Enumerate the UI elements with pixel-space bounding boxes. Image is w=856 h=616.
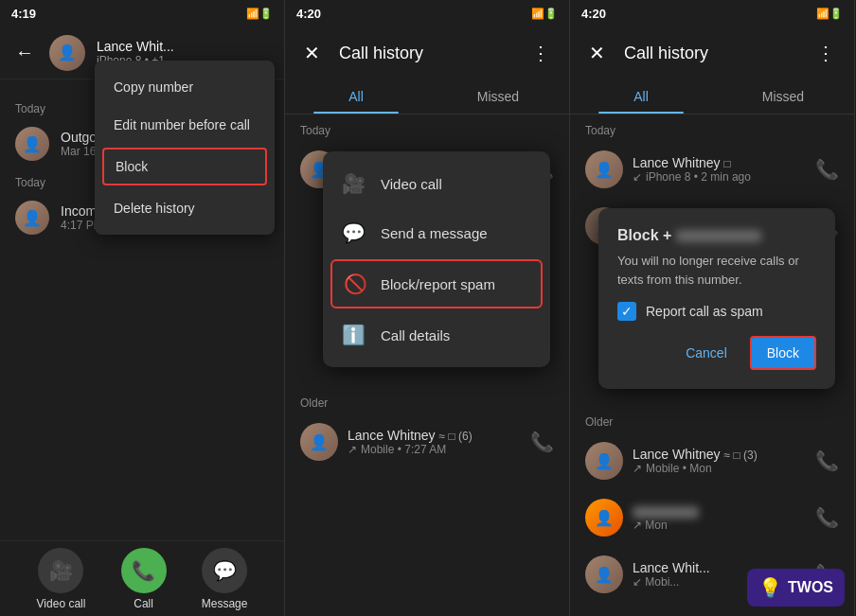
bottom-bar-1: 🎥 Video call 📞 Call 💬 Message: [0, 540, 284, 616]
phone-icon-3-3[interactable]: 📞: [815, 449, 839, 472]
status-icons-1: 📶🔋: [246, 8, 273, 20]
phone-icon-3-4[interactable]: 📞: [815, 506, 839, 529]
panel-top-bar-3: ✕ Call history ⋮: [570, 26, 854, 79]
history-name-3-1: Lance Whitney □: [633, 155, 806, 170]
video-call-icon-dd: 🎥: [342, 172, 366, 195]
status-time-2: 4:20: [296, 7, 321, 21]
phone-icon-3-1[interactable]: 📞: [815, 158, 839, 181]
close-button-2[interactable]: ✕: [300, 38, 324, 68]
tab-missed-2[interactable]: Missed: [427, 79, 569, 114]
status-bar-3: 4:20 📶🔋: [570, 0, 854, 26]
status-time-1: 4:19: [11, 7, 36, 21]
history-section-today-3: Today: [570, 114, 854, 141]
history-sub-3-4: ↗ Mon: [633, 519, 806, 532]
history-item-3-4[interactable]: 👤 ↗ Mon 📞: [570, 489, 854, 546]
menu-copy[interactable]: Copy number: [95, 68, 275, 106]
history-avatar-2: 👤: [300, 423, 338, 461]
call-avatar-in: 👤: [15, 201, 49, 235]
message-label: Message: [202, 597, 248, 610]
twos-bulb-icon: 💡: [758, 576, 782, 599]
call-avatar-out: 👤: [15, 127, 49, 161]
phone-icon-2[interactable]: 📞: [530, 431, 554, 453]
more-options-2[interactable]: ⋮: [527, 38, 554, 68]
block-icon-dd: 🚫: [344, 273, 367, 295]
status-icons-3: 📶🔋: [816, 8, 843, 20]
history-item-2-older[interactable]: 👤 Lance Whitney ≈ □ (6) ↗ Mobile • 7:27 …: [285, 414, 569, 470]
history-name-2: Lance Whitney ≈ □ (6): [348, 428, 521, 443]
dropdown-video-call[interactable]: 🎥 Video call: [323, 159, 550, 208]
history-name-3-3: Lance Whitney ≈ □ (3): [633, 447, 806, 462]
message-icon[interactable]: 💬: [202, 548, 247, 593]
info-icon-dd: ℹ️: [342, 324, 366, 346]
history-info-3-3: Lance Whitney ≈ □ (3) ↗ Mobile • Mon: [633, 447, 806, 475]
history-item-3-3[interactable]: 👤 Lance Whitney ≈ □ (3) ↗ Mobile • Mon 📞: [570, 432, 854, 489]
history-avatar-3-1: 👤: [585, 150, 623, 188]
twos-badge: 💡 TWOS: [747, 569, 845, 607]
panel-2: 4:20 📶🔋 ✕ Call history ⋮ All Missed Toda…: [285, 0, 570, 616]
context-menu: Copy number Edit number before call Bloc…: [95, 61, 275, 235]
status-bar-1: 4:19 📶🔋: [0, 0, 284, 26]
panel-top-bar-2: ✕ Call history ⋮: [285, 26, 569, 79]
history-avatar-3-5: 👤: [585, 555, 623, 593]
contact-name-1: Lance Whit...: [97, 39, 273, 54]
dropdown-menu-2: 🎥 Video call 💬 Send a message 🚫 Block/re…: [323, 151, 550, 367]
video-call-icon[interactable]: 🎥: [38, 548, 83, 593]
dropdown-block-spam[interactable]: 🚫 Block/report spam: [330, 259, 543, 308]
history-avatar-3-3: 👤: [585, 442, 623, 480]
history-name-3-4: [633, 503, 806, 519]
history-list-3: Today 👤 Lance Whitney □ ↙ iPhone 8 • 2 m…: [570, 114, 854, 616]
status-bar-2: 4:20 📶🔋: [285, 0, 569, 26]
history-section-older-2: Older: [285, 387, 569, 414]
block-dialog: Block + You will no longer receive calls…: [598, 208, 835, 389]
avatar-img-1: 👤: [49, 35, 85, 71]
tab-all-2[interactable]: All: [285, 79, 427, 114]
call-button[interactable]: 📞 Call: [121, 548, 167, 610]
checkbox-label: Report call as spam: [646, 304, 763, 319]
video-call-button[interactable]: 🎥 Video call: [37, 548, 86, 610]
dialog-buttons: Cancel Block: [617, 336, 816, 370]
tabs-2: All Missed: [285, 79, 569, 114]
call-icon[interactable]: 📞: [121, 548, 167, 593]
dropdown-call-details[interactable]: ℹ️ Call details: [323, 310, 550, 360]
history-info-3-1: Lance Whitney □ ↙ iPhone 8 • 2 min ago: [633, 155, 806, 184]
close-button-3[interactable]: ✕: [585, 38, 609, 68]
video-call-label: Video call: [37, 597, 86, 610]
back-button-1[interactable]: ←: [11, 38, 38, 67]
status-time-3: 4:20: [581, 7, 606, 21]
history-info-3-4: ↗ Mon: [633, 503, 806, 532]
history-sub-2: ↗ Mobile • 7:27 AM: [348, 443, 521, 456]
dialog-title: Block +: [617, 227, 816, 244]
menu-delete[interactable]: Delete history: [95, 189, 275, 227]
tab-all-3[interactable]: All: [570, 79, 712, 114]
panel-3: 4:20 📶🔋 ✕ Call history ⋮ All Missed Toda…: [570, 0, 855, 616]
panel-title-2: Call history: [339, 44, 512, 63]
call-label: Call: [134, 597, 153, 610]
history-sub-3-1: ↙ iPhone 8 • 2 min ago: [633, 170, 806, 184]
dropdown-send-message[interactable]: 💬 Send a message: [323, 208, 550, 257]
tabs-3: All Missed: [570, 79, 854, 114]
dialog-body: You will no longer receive calls or text…: [617, 252, 816, 289]
avatar-1: 👤: [49, 35, 85, 71]
message-button[interactable]: 💬 Message: [202, 548, 248, 610]
more-options-3[interactable]: ⋮: [812, 38, 839, 68]
history-section-older-3: Older: [570, 406, 854, 432]
menu-block[interactable]: Block: [102, 148, 267, 185]
twos-label: TWOS: [788, 579, 833, 596]
menu-edit[interactable]: Edit number before call: [95, 106, 275, 144]
history-sub-3-3: ↗ Mobile • Mon: [633, 462, 806, 475]
history-item-3-1[interactable]: 👤 Lance Whitney □ ↙ iPhone 8 • 2 min ago…: [570, 141, 854, 198]
history-section-today-2: Today: [285, 114, 569, 141]
dialog-checkbox[interactable]: ✓ Report call as spam: [617, 302, 816, 321]
panel-1: 4:19 📶🔋 ← 👤 Lance Whit... iPhone 8 • +1 …: [0, 0, 285, 616]
block-button[interactable]: Block: [750, 336, 816, 370]
history-list-2: Today 👤 Lance Whitney □ ↙ iPhone 8 • 2 m…: [285, 114, 569, 616]
checkbox-icon[interactable]: ✓: [617, 302, 636, 321]
history-avatar-3-4: 👤: [585, 499, 623, 537]
history-info-2: Lance Whitney ≈ □ (6) ↗ Mobile • 7:27 AM: [348, 428, 521, 456]
panel-title-3: Call history: [624, 44, 797, 63]
cancel-button[interactable]: Cancel: [674, 336, 739, 370]
tab-missed-3[interactable]: Missed: [712, 79, 854, 114]
message-icon-dd: 💬: [342, 221, 366, 244]
status-icons-2: 📶🔋: [531, 8, 558, 20]
